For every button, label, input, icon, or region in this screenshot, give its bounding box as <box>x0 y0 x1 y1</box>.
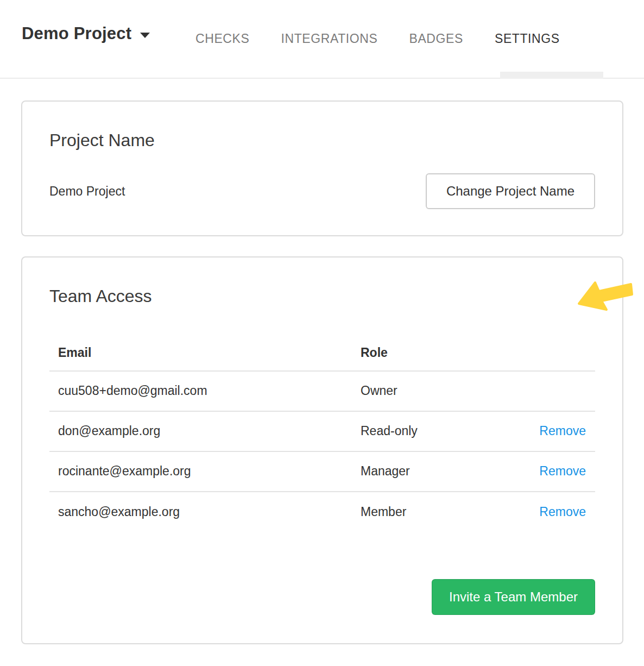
project-name-card-title: Project Name <box>49 130 595 150</box>
member-role: Read-only <box>352 424 522 438</box>
top-nav-bar: Demo Project CHECKS INTEGRATIONS BADGES … <box>0 0 644 79</box>
table-row: sancho@example.org Member Remove <box>49 492 595 532</box>
chevron-down-icon <box>140 33 150 38</box>
change-project-name-button[interactable]: Change Project Name <box>426 173 595 209</box>
team-access-card: Team Access Email Role cuu508+demo@gmail… <box>21 256 623 644</box>
current-project-name: Demo Project <box>49 184 125 199</box>
role-column-header: Role <box>352 345 522 360</box>
project-dropdown-label: Demo Project <box>22 24 131 43</box>
invite-team-member-button[interactable]: Invite a Team Member <box>432 579 595 615</box>
member-role: Member <box>352 505 522 519</box>
member-email: rocinante@example.org <box>49 464 352 479</box>
settings-page-content: Project Name Demo Project Change Project… <box>0 100 644 644</box>
table-row: cuu508+demo@gmail.com Owner <box>49 372 595 412</box>
tab-badges[interactable]: BADGES <box>409 32 463 46</box>
member-role: Manager <box>352 464 522 479</box>
remove-member-link[interactable]: Remove <box>539 505 586 519</box>
member-email: don@example.org <box>49 424 352 438</box>
table-row: don@example.org Read-only Remove <box>49 412 595 452</box>
project-dropdown-toggle[interactable]: Demo Project <box>22 24 150 43</box>
remove-member-link[interactable]: Remove <box>539 424 586 438</box>
remove-member-link[interactable]: Remove <box>539 464 586 478</box>
active-tab-indicator <box>500 72 603 79</box>
tab-integrations[interactable]: INTEGRATIONS <box>281 32 377 46</box>
email-column-header: Email <box>49 345 352 360</box>
tab-checks[interactable]: CHECKS <box>195 32 249 46</box>
member-action: Remove <box>522 464 595 479</box>
project-name-card: Project Name Demo Project Change Project… <box>21 100 623 236</box>
project-name-row: Demo Project Change Project Name <box>49 173 595 209</box>
team-access-card-title: Team Access <box>49 286 595 306</box>
team-members-table: Email Role cuu508+demo@gmail.com Owner d… <box>49 336 595 532</box>
member-email: sancho@example.org <box>49 505 352 519</box>
member-action: Remove <box>522 424 595 438</box>
table-row: rocinante@example.org Manager Remove <box>49 452 595 492</box>
member-email: cuu508+demo@gmail.com <box>49 384 352 398</box>
member-action: Remove <box>522 505 595 519</box>
table-header-row: Email Role <box>49 336 595 372</box>
tab-settings[interactable]: SETTINGS <box>495 32 560 46</box>
nav-tabs: CHECKS INTEGRATIONS BADGES SETTINGS <box>195 0 560 78</box>
invite-button-row: Invite a Team Member <box>49 579 595 615</box>
member-role: Owner <box>352 384 522 398</box>
